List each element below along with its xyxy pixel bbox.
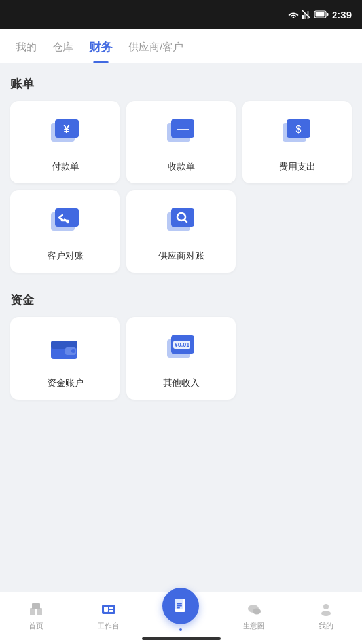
svg-rect-40 — [177, 605, 182, 607]
funds-section: 资金 资金账户 — [0, 279, 362, 400]
main-content: 我的 仓库 财务 供应商/客户 账单 ¥ 付款单 — [0, 29, 362, 592]
svg-rect-36 — [109, 610, 113, 612]
svg-rect-39 — [177, 603, 182, 605]
svg-rect-34 — [104, 607, 108, 612]
feiyong-label: 费用支出 — [279, 161, 316, 173]
battery-icon — [314, 10, 329, 18]
svg-text:¥: ¥ — [63, 124, 69, 135]
tab-warehouse[interactable]: 仓库 — [52, 41, 73, 62]
accounts-row1: ¥ 付款单 — 收款单 — [10, 101, 352, 183]
workbench-icon — [100, 600, 118, 618]
tab-supplier[interactable]: 供应商/客户 — [128, 41, 183, 62]
accounts-section: 账单 ¥ 付款单 — [0, 63, 362, 273]
empty-cell-2 — [242, 317, 352, 400]
nav-workbench-label: 工作台 — [98, 621, 119, 631]
feiyong-card[interactable]: $ 费用支出 — [242, 101, 352, 183]
community-icon — [244, 600, 262, 618]
center-fab[interactable] — [162, 588, 199, 624]
svg-rect-5 — [315, 12, 324, 17]
svg-point-43 — [253, 609, 261, 615]
svg-rect-32 — [32, 603, 40, 609]
nav-home[interactable]: 首页 — [0, 600, 73, 631]
svg-rect-41 — [177, 607, 180, 609]
shoukuan-card[interactable]: — 收款单 — [126, 101, 236, 183]
svg-rect-35 — [109, 607, 113, 609]
nav-profile[interactable]: 我的 — [289, 600, 362, 631]
svg-point-25 — [71, 349, 75, 353]
home-icon — [27, 600, 45, 618]
bottom-navigation: 首页 工作台 — [0, 592, 362, 644]
status-icons: 2:39 — [288, 9, 352, 20]
signal-icon — [302, 10, 311, 19]
zijin-icon — [46, 330, 85, 369]
funds-row: 资金账户 ¥0.01 其他收入 — [10, 317, 352, 400]
nav-home-label: 首页 — [29, 621, 43, 631]
home-indicator — [142, 637, 221, 640]
svg-rect-19 — [171, 208, 194, 227]
zijin-card[interactable]: 资金账户 — [10, 317, 120, 400]
time-display: 2:39 — [332, 9, 352, 20]
svg-point-44 — [323, 604, 329, 609]
svg-rect-0 — [302, 15, 304, 19]
funds-title: 资金 — [10, 292, 352, 308]
qita-label: 其他收入 — [163, 377, 200, 389]
tab-finance[interactable]: 财务 — [89, 39, 113, 63]
kehu-icon — [46, 203, 85, 242]
feiyong-icon: $ — [278, 114, 317, 153]
accounts-row2: 客户对账 供应商对账 — [10, 190, 352, 273]
empty-cell — [242, 190, 352, 273]
nav-profile-label: 我的 — [319, 621, 333, 631]
svg-rect-6 — [327, 13, 329, 16]
gongyingshang-icon — [162, 203, 201, 242]
tab-navigation: 我的 仓库 财务 供应商/客户 — [0, 29, 362, 63]
svg-text:¥0.01: ¥0.01 — [174, 341, 189, 348]
svg-text:$: $ — [295, 124, 301, 135]
kehu-label: 客户对账 — [47, 250, 84, 262]
gongyingshang-label: 供应商对账 — [158, 250, 204, 262]
center-dot — [179, 628, 182, 631]
qita-icon: ¥0.01 — [162, 330, 201, 369]
zijin-label: 资金账户 — [47, 377, 84, 389]
shoukuan-label: 收款单 — [168, 161, 195, 173]
kehu-card[interactable]: 客户对账 — [10, 190, 120, 273]
shoukuan-icon: — — [162, 114, 201, 153]
svg-text:—: — — [177, 123, 189, 136]
qita-card[interactable]: ¥0.01 其他收入 — [126, 317, 236, 400]
svg-point-45 — [321, 611, 331, 616]
profile-icon — [317, 600, 335, 618]
nav-community[interactable]: 生意圈 — [217, 600, 290, 631]
wifi-icon — [288, 10, 299, 18]
fukuan-card[interactable]: ¥ 付款单 — [10, 101, 120, 183]
status-bar: 2:39 — [0, 0, 362, 29]
nav-workbench[interactable]: 工作台 — [73, 600, 145, 631]
fukuan-icon: ¥ — [46, 114, 85, 153]
fukuan-label: 付款单 — [52, 161, 79, 173]
gongyingshang-card[interactable]: 供应商对账 — [126, 190, 236, 273]
accounts-title: 账单 — [10, 76, 352, 92]
tab-mine[interactable]: 我的 — [16, 41, 37, 62]
nav-community-label: 生意圈 — [243, 621, 264, 631]
nav-center[interactable] — [145, 601, 217, 631]
